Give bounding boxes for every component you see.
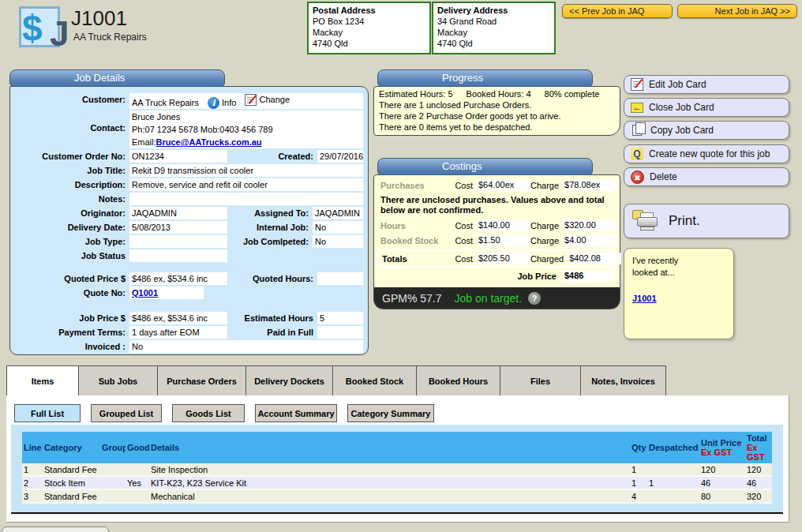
delivery-address-line: 34 Grand Road xyxy=(437,17,497,26)
create-quote-button[interactable]: Q Create new quote for this job xyxy=(624,144,789,163)
hours-charge-value: $320.00 xyxy=(563,219,616,231)
purchases-cost-value: $64.00ex xyxy=(477,179,530,191)
quote-no-link[interactable]: Q1001 xyxy=(132,288,158,298)
table-row[interactable]: 2 Stock Item Yes KIT-K23, K23 Service Ki… xyxy=(22,477,772,490)
printer-tray-part xyxy=(640,227,654,230)
charge-label: Charge xyxy=(530,236,563,245)
contact-email-link[interactable]: Bruce@AATrucks.com.au xyxy=(156,137,262,147)
cell-line: 2 xyxy=(22,477,43,489)
change-pencil-icon[interactable] xyxy=(245,94,257,106)
invoiced-label: Invoiced : xyxy=(10,340,129,353)
progress-summary-line: Estimated Hours: 5 Booked Hours: 4 80% c… xyxy=(379,88,615,99)
estimated-hours-field: 5 xyxy=(317,312,363,324)
delete-button[interactable]: ✖ Delete xyxy=(624,167,789,186)
spacer xyxy=(10,301,368,312)
table-row[interactable]: 1 Standard Fee Site Inspection 1 120 120 xyxy=(22,463,772,477)
quoted-price-field: $486 ex, $534.6 inc xyxy=(129,272,227,285)
hours-cost-value: $140.00 xyxy=(477,219,530,231)
print-label: Print. xyxy=(669,213,700,229)
close-job-card-button[interactable]: ← Close Job Card xyxy=(624,98,789,117)
help-icon[interactable]: ? xyxy=(528,292,541,305)
description-label: Description: xyxy=(10,178,129,191)
customer-change-button[interactable]: Change xyxy=(245,93,290,106)
job-type-label: Job Type: xyxy=(10,235,129,248)
main-tab-bar: Items Sub Jobs Purchase Orders Delivery … xyxy=(6,365,666,396)
job-price-summary-value: $486 xyxy=(563,270,613,282)
subtab-full-list[interactable]: Full List xyxy=(14,404,81,422)
notes-field xyxy=(129,193,363,205)
quote-no-row: Quote No: Q1001 xyxy=(10,287,363,299)
contact-field: Bruce Jones Ph:07 1234 5678 Mob:0403 456… xyxy=(129,111,363,148)
cell-category: Standard Fee xyxy=(43,463,100,475)
logo-dollar-icon: $ xyxy=(22,8,43,49)
edit-icon xyxy=(631,78,643,91)
quoted-price-row: Quoted Price $ $486 ex, $534.6 inc Quote… xyxy=(10,272,363,285)
info-icon[interactable]: i xyxy=(208,97,219,109)
booked-stock-charge-value: $4.00 xyxy=(563,234,616,246)
col-header-unit-price: Unit Price Ex GST xyxy=(699,438,745,457)
job-details-header: Job Details xyxy=(9,69,225,87)
booked-stock-label: Booked Stock xyxy=(380,236,448,245)
col-header-group: Group xyxy=(100,443,126,452)
subtab-grouped-list[interactable]: Grouped List xyxy=(91,404,162,422)
contact-row: Contact: Bruce Jones Ph:07 1234 5678 Mob… xyxy=(10,111,363,148)
change-label[interactable]: Change xyxy=(259,93,290,106)
postal-address-line: PO Box 1234 xyxy=(313,17,364,26)
booked-stock-row: Booked Stock Cost $1.50 Charge $4.00 xyxy=(374,234,620,246)
description-field: Remove, service and refit oil cooler xyxy=(129,178,363,191)
description-row: Description: Remove, service and refit o… xyxy=(10,178,363,191)
delivery-address-title: Delivery Address xyxy=(437,6,508,15)
tab-delivery-dockets[interactable]: Delivery Dockets xyxy=(246,365,333,396)
quote-q-icon: Q xyxy=(631,148,643,160)
tab-items[interactable]: Items xyxy=(6,365,79,396)
col-header-category: Category xyxy=(43,443,100,452)
cost-label: Cost xyxy=(448,254,477,264)
delivery-address-box: Delivery Address 34 Grand Road Mackay 47… xyxy=(432,2,556,54)
job-details-panel: Customer: AA Truck Repairs i Info Change… xyxy=(9,86,369,355)
print-button[interactable]: Print. xyxy=(624,204,789,238)
close-job-card-label: Close Job Card xyxy=(649,102,714,113)
postal-address-title: Postal Address xyxy=(313,6,376,15)
tab-booked-stock[interactable]: Booked Stock xyxy=(333,365,417,396)
cell-line: 3 xyxy=(22,490,43,502)
tab-sub-jobs[interactable]: Sub Jobs xyxy=(79,365,158,396)
subtab-account-summary[interactable]: Account Summary xyxy=(255,404,337,422)
cell-line: 1 xyxy=(22,463,43,475)
tab-purchase-orders[interactable]: Purchase Orders xyxy=(158,365,246,396)
internal-job-label: Internal Job: xyxy=(227,221,313,234)
cell-category: Standard Fee xyxy=(43,490,100,502)
table-row[interactable]: 3 Standard Fee Mechanical 4 80 320 xyxy=(22,490,772,504)
edit-job-card-button[interactable]: Edit Job Card xyxy=(624,75,789,94)
tab-booked-hours[interactable]: Booked Hours xyxy=(417,365,500,396)
tab-files[interactable]: Files xyxy=(500,365,581,396)
recent-job-link[interactable]: J1001 xyxy=(632,294,657,303)
originator-field: JAQADMIN xyxy=(129,207,227,219)
prev-job-button[interactable]: << Prev Job in JAQ xyxy=(562,4,673,18)
cell-qty: 1 xyxy=(630,463,647,475)
col-header-total: Total Ex GST xyxy=(745,433,772,462)
next-job-button[interactable]: Next Job in JAQ >> xyxy=(677,4,797,18)
progress-booked-hours: Booked Hours: 4 xyxy=(467,89,531,99)
progress-line: There are 0 items yet to be despatched. xyxy=(379,122,615,133)
close-arrow-icon: ← xyxy=(631,103,643,113)
tab-notes-invoices[interactable]: Notes, Invoices xyxy=(581,365,666,396)
cell-goods: Yes xyxy=(126,477,149,489)
delivery-date-field: 5/08/2013 xyxy=(129,221,227,234)
cost-label: Cost xyxy=(448,221,477,230)
spacer xyxy=(10,264,368,272)
customer-info-button[interactable]: i Info xyxy=(208,96,236,109)
info-label[interactable]: Info xyxy=(222,96,236,109)
delivery-address-line: 4740 Qld xyxy=(437,39,473,48)
cost-label: Cost xyxy=(448,181,477,190)
subtab-goods-list[interactable]: Goods List xyxy=(172,404,245,422)
cell-details: Site Inspection xyxy=(149,463,630,475)
progress-line: There are 1 unclosed Purchase Orders. xyxy=(379,99,615,111)
booked-stock-cost-value: $1.50 xyxy=(477,234,530,246)
copy-job-card-button[interactable]: Copy Job Card xyxy=(624,121,789,140)
customer-label: Customer: xyxy=(10,93,129,106)
job-price-row: Job Price $ $486 ex, $534.6 inc Estimate… xyxy=(10,312,363,324)
job-card-page: J $ J1001 AA Truck Repairs Postal Addres… xyxy=(0,0,802,532)
notes-row: Notes: xyxy=(10,193,363,205)
subtab-category-summary[interactable]: Category Summary xyxy=(347,404,434,422)
edit-job-card-label: Edit Job Card xyxy=(649,79,706,90)
